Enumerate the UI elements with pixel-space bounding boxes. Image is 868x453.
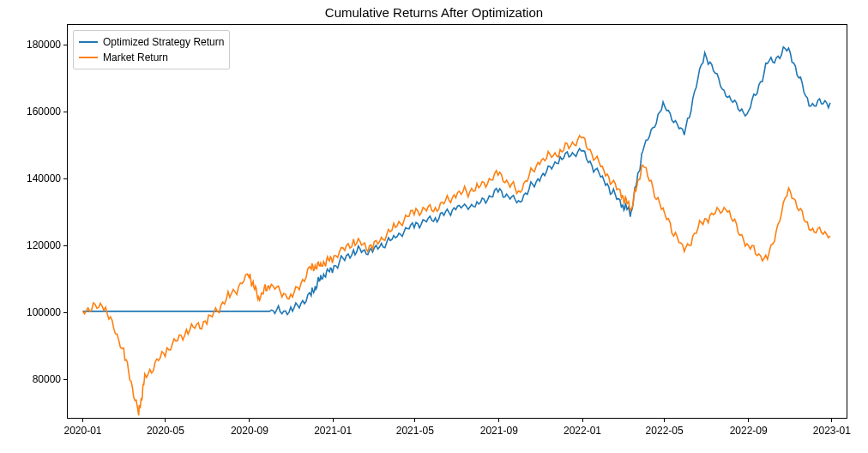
- legend: Optimized Strategy Return Market Return: [73, 30, 230, 69]
- y-tick-label: 140000: [27, 172, 68, 184]
- chart-title: Cumulative Returns After Optimization: [0, 5, 868, 20]
- y-tick-label: 100000: [27, 306, 68, 318]
- legend-item-strategy: Optimized Strategy Return: [79, 34, 224, 50]
- y-tick-label: 160000: [27, 106, 68, 118]
- y-tick-label: 120000: [27, 239, 68, 251]
- chart-container: Cumulative Returns After Optimization Op…: [0, 0, 868, 453]
- y-tick-label: 180000: [27, 39, 68, 51]
- legend-label-market: Market Return: [103, 50, 168, 65]
- line-market: [82, 136, 829, 415]
- y-tick-label: 80000: [33, 373, 68, 385]
- legend-swatch-strategy: [79, 41, 98, 43]
- line-optimized: [82, 47, 829, 315]
- chart-svg: [68, 25, 847, 418]
- plot-area: Optimized Strategy Return Market Return …: [67, 24, 847, 419]
- legend-swatch-market: [79, 57, 98, 58]
- legend-label-strategy: Optimized Strategy Return: [103, 34, 224, 50]
- legend-item-market: Market Return: [79, 50, 224, 65]
